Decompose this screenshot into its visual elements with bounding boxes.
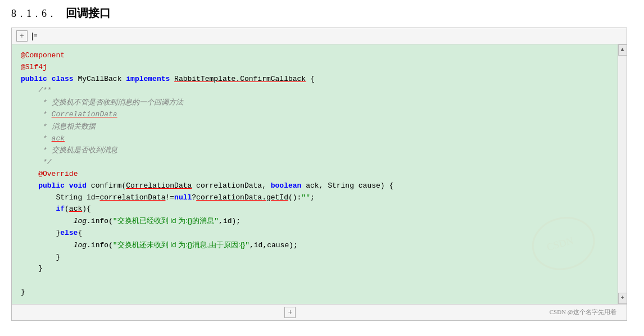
code-line-16: }else{ bbox=[21, 228, 618, 239]
section-number: 8．1．6． bbox=[11, 7, 57, 20]
code-line-19: } bbox=[21, 263, 618, 275]
code-line-13: String id=correlationData!=null?correlat… bbox=[21, 192, 618, 204]
code-line-6: * CorrelationData bbox=[21, 109, 618, 121]
bottom-center: + bbox=[39, 307, 544, 318]
code-toolbar-top: + ≡ bbox=[12, 28, 627, 44]
code-line-9: * 交换机是否收到消息 bbox=[21, 144, 618, 157]
scroll-up-button[interactable]: ▲ bbox=[618, 44, 627, 56]
code-line-15: log.info("交换机已经收到 id 为:{}的消息",id); bbox=[21, 215, 618, 228]
code-line-14: if(ack){ bbox=[21, 203, 618, 215]
code-line-8: * ack bbox=[21, 133, 618, 145]
toolbar-cursor-indicator: ≡ bbox=[32, 31, 38, 40]
section-title: 回调接口 bbox=[66, 6, 111, 21]
code-line-5: * 交换机不管是否收到消息的一个回调方法 bbox=[21, 97, 618, 109]
code-line-20 bbox=[21, 275, 618, 287]
code-line-2: @Slf4j bbox=[21, 62, 618, 74]
right-scrollbar[interactable]: ▲ + bbox=[618, 44, 627, 304]
bottom-plus-button[interactable]: + bbox=[284, 307, 296, 318]
section-heading: 8．1．6． 回调接口 bbox=[6, 6, 633, 21]
code-line-3: public class MyCallBack implements Rabbi… bbox=[21, 74, 618, 85]
code-line-4: /** bbox=[21, 85, 618, 97]
code-line-18: } bbox=[21, 252, 618, 264]
code-line-7: * 消息相关数据 bbox=[21, 121, 618, 133]
page-container: 8．1．6． 回调接口 + ≡ @Component @Slf4j public… bbox=[0, 0, 644, 336]
code-line-12: public void confirm(CorrelationData corr… bbox=[21, 180, 618, 192]
csdn-credit: CSDN @这个名字先用着 bbox=[544, 307, 622, 317]
code-line-17: log.info("交换机还未收到 id 为:{}消息,由于原因:{}",id,… bbox=[21, 239, 618, 252]
scroll-down-button[interactable]: + bbox=[618, 293, 627, 304]
code-area: @Component @Slf4j public class MyCallBac… bbox=[12, 44, 627, 304]
expand-button[interactable]: + bbox=[16, 30, 28, 42]
code-block-wrapper: + ≡ @Component @Slf4j public class MyCal… bbox=[11, 28, 627, 321]
code-line-11: @Override bbox=[21, 169, 618, 180]
code-line-10: */ bbox=[21, 157, 618, 169]
bottom-bar: + CSDN @这个名字先用着 bbox=[12, 304, 627, 320]
code-line-1: @Component bbox=[21, 50, 618, 62]
code-line-21: } bbox=[21, 287, 618, 298]
